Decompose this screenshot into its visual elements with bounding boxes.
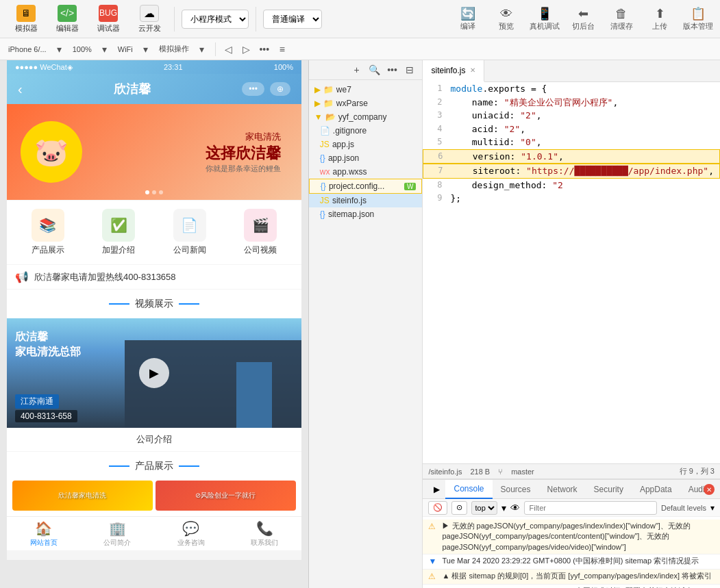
file-item-appjs[interactable]: JS app.js	[309, 138, 423, 151]
cloud-label: 云开发	[138, 23, 161, 34]
console-content[interactable]: ⚠ ▶ 无效的 pageJSON(yyf_company/pages/index…	[423, 517, 720, 588]
console-msg-3: ⚠ ▲ 根据 sitemap 的规则[0]，当前页面 [yyf_company/…	[423, 570, 720, 585]
menu-item-join[interactable]: ✅ 加盟介绍	[102, 209, 135, 256]
console-expand-btn[interactable]: ▶	[428, 485, 445, 494]
product-section-title: 产品展示	[135, 460, 173, 472]
phone-menu-btn[interactable]: •••	[242, 82, 264, 96]
collapse-file-icon[interactable]: ⊟	[403, 63, 417, 77]
action-btn2[interactable]: ▷	[239, 42, 254, 57]
phone-content[interactable]: 🐷 家电清洗 这择欣洁馨 你就是那条幸运的鲤鱼 📚	[7, 104, 301, 560]
file-icon-siteinfo: JS	[320, 196, 330, 205]
tab-console[interactable]: Console	[445, 480, 492, 499]
search-file-icon[interactable]: 🔍	[367, 63, 381, 77]
console-filter-input[interactable]	[524, 501, 656, 515]
file-item-sitemapjson[interactable]: {} sitemap.json	[309, 207, 423, 221]
code-line-5: 5 multiid: "0",	[423, 136, 720, 149]
real-debug-btn[interactable]: 📱 真机调试	[528, 6, 561, 31]
file-item-siteinfo[interactable]: JS siteinfo.js	[309, 194, 423, 207]
switch-btn[interactable]: ⬅ 切后台	[567, 6, 599, 31]
line-content-9: };	[450, 192, 720, 205]
phone-time: 23:31	[164, 63, 183, 71]
debugger-btn[interactable]: BUG 调试器	[88, 2, 129, 36]
tab-close-icon[interactable]: ✕	[470, 66, 475, 74]
product-banner-2[interactable]: ⊘风险创业一字就行	[156, 481, 296, 511]
file-item-we7[interactable]: ▶ 📁 we7	[309, 83, 423, 97]
file-path: /siteinfo.js	[428, 468, 462, 476]
console-dropdown-icon[interactable]: ▾	[501, 502, 506, 513]
debugger-label: 调试器	[97, 23, 120, 34]
simulator-btn[interactable]: 🖥 模拟器	[5, 2, 47, 36]
file-item-appwxss[interactable]: wx app.wxss	[309, 165, 423, 179]
file-icon-appwxss: wx	[320, 167, 330, 177]
nav-company[interactable]: 🏢 公司简介	[103, 520, 131, 548]
scale-dropdown[interactable]: ▾	[97, 42, 112, 57]
editor-label: 编辑器	[56, 23, 79, 34]
switch-label: 切后台	[572, 21, 595, 31]
file-item-gitignore[interactable]: 📄 .gitignore	[309, 124, 423, 138]
console-top-select[interactable]: top	[471, 501, 497, 515]
menu-item-video[interactable]: 🎬 公司视频	[244, 209, 277, 256]
file-tree: ▶ 📁 we7 ▶ 📁 wxParse ▼ 📂 yyf_company 📄 .g…	[309, 80, 423, 224]
action-btn4[interactable]: ≡	[275, 42, 290, 57]
nav-business[interactable]: 💬 业务咨询	[177, 520, 205, 548]
phone-header: ‹ 欣洁馨 ••• ⊕	[7, 74, 301, 104]
menu-item-news[interactable]: 📄 公司新闻	[173, 209, 206, 256]
file-item-yyf[interactable]: ▼ 📂 yyf_company	[309, 110, 423, 124]
tab-appdata[interactable]: AppData	[632, 480, 680, 499]
nav-home[interactable]: 🏠 网站首页	[30, 520, 58, 548]
tab-sources[interactable]: Sources	[493, 480, 539, 499]
file-icon-sitemapjson: {}	[320, 209, 325, 219]
compile-select[interactable]: 普通编译	[263, 10, 322, 29]
phone-back-icon[interactable]: ‹	[18, 81, 23, 97]
console-msg-text-3: ▲ 根据 sitemap 的规则[0]，当前页面 [yyf_company/pa…	[442, 571, 715, 581]
network-dropdown[interactable]: ▾	[138, 42, 153, 57]
console-clear-btn[interactable]: 🚫	[428, 501, 447, 515]
console-panel: ▶ Console Sources Network Security AppDa…	[423, 478, 720, 588]
console-eye-icon[interactable]: 👁	[510, 502, 520, 513]
device-dropdown[interactable]: ▾	[52, 42, 67, 57]
video-title1: 欣洁馨	[15, 329, 81, 344]
divider2	[256, 7, 256, 31]
clear-btn[interactable]: 🗑 清缓存	[605, 7, 638, 31]
product-line-right	[179, 465, 199, 467]
action-btn1[interactable]: ◁	[221, 42, 236, 57]
upload-btn[interactable]: ⬆ 上传	[643, 6, 676, 31]
action-btn3[interactable]: •••	[257, 42, 272, 57]
phone-action-btn[interactable]: ⊕	[270, 82, 290, 96]
file-item-appjson[interactable]: {} app.json	[309, 151, 423, 165]
tab-siteinfo-name: siteinfo.js	[431, 66, 465, 75]
line-num-6: 6	[423, 150, 451, 162]
version-btn[interactable]: 📋 版本管理	[682, 6, 715, 31]
dot-1	[145, 190, 149, 194]
video-play-btn[interactable]: ▶	[139, 358, 169, 388]
nav-contact[interactable]: 📞 联系我们	[251, 520, 278, 548]
tab-network[interactable]: Network	[539, 480, 586, 499]
product-banner-1[interactable]: 欣洁馨家电清洗	[12, 481, 153, 511]
cloud-btn[interactable]: ☁ 云开发	[129, 2, 170, 36]
top-toolbar: 🖥 模拟器 </> 编辑器 BUG 调试器 ☁ 云开发 小程序模式 普通编译 🔄…	[0, 0, 720, 38]
line-num-1: 1	[423, 82, 450, 94]
tab-siteinfo[interactable]: siteinfo.js ✕	[423, 60, 484, 82]
line-num-5: 5	[423, 136, 450, 148]
second-bar: iPhone 6/... ▾ 100% ▾ WiFi ▾ 模拟操作 ▾ ◁ ▷ …	[0, 38, 720, 60]
file-item-projectconfig[interactable]: {} project.config... W	[309, 179, 423, 194]
file-name-sitemapjson: sitemap.json	[328, 209, 374, 219]
preview-btn[interactable]: 👁 预览	[490, 7, 523, 31]
console-stop-btn[interactable]: ⊙	[451, 501, 467, 515]
section-line-right	[179, 303, 199, 305]
editor-btn[interactable]: </> 编辑器	[47, 2, 88, 36]
mode-select[interactable]: 小程序模式	[182, 10, 249, 29]
video-thumbnail[interactable]: 欣洁馨 家电清洗总部 ▶ 江苏南通 400-8313-658	[7, 318, 301, 428]
compile-btn[interactable]: 🔄 编译	[451, 6, 484, 31]
network-label: WiFi	[115, 45, 136, 53]
tab-security[interactable]: Security	[586, 480, 632, 499]
more-file-icon[interactable]: •••	[385, 63, 399, 77]
file-item-wxparse[interactable]: ▶ 📁 wxParse	[309, 97, 423, 110]
add-file-icon[interactable]: +	[349, 63, 363, 77]
menu-item-product[interactable]: 📚 产品展示	[32, 209, 64, 256]
console-close-btn[interactable]: ✕	[704, 484, 715, 495]
phone-username: 欣洁馨	[114, 81, 151, 97]
operation-dropdown[interactable]: ▾	[195, 42, 210, 57]
file-icon-projectconfig: {}	[321, 181, 326, 191]
console-level-dropdown[interactable]: ▾	[710, 503, 715, 513]
